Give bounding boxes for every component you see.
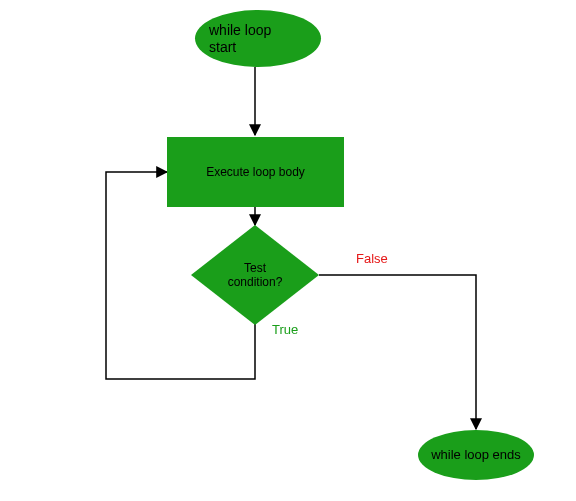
node-cond-label: Test condition?	[228, 261, 283, 290]
node-end: while loop ends	[418, 430, 534, 480]
edge-label-true: True	[272, 322, 298, 337]
node-body: Execute loop body	[167, 137, 344, 207]
edge-label-false: False	[356, 251, 388, 266]
node-end-label: while loop ends	[431, 447, 521, 463]
edge-cond-false-to-end	[319, 275, 476, 429]
node-cond: Test condition?	[191, 225, 319, 325]
node-start: while loop start	[195, 10, 321, 67]
node-start-label: while loop start	[209, 22, 271, 56]
node-body-label: Execute loop body	[206, 165, 305, 179]
